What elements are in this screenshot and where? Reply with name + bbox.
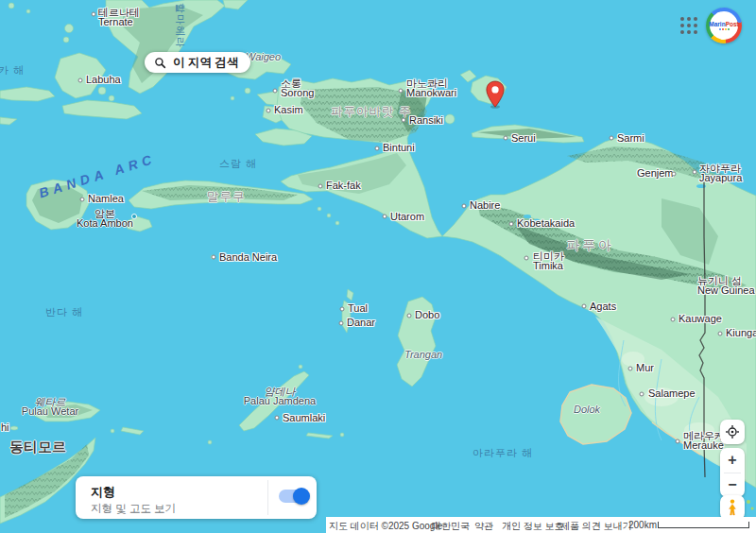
- search-this-area-button[interactable]: 이 지역 검색: [145, 52, 250, 73]
- city-dot[interactable]: [509, 222, 514, 227]
- city-dot[interactable]: [275, 416, 280, 421]
- city-dot[interactable]: [462, 204, 467, 209]
- city-dot[interactable]: [339, 321, 344, 326]
- google-maps-app: 테르나테TernateLabuha소롱SorongKasimWaigeo파푸아바…: [0, 0, 756, 533]
- terrain-card-subtitle: 지형 및 고도 보기: [91, 502, 176, 516]
- city-dot[interactable]: [383, 215, 387, 219]
- city-dot[interactable]: [131, 214, 137, 219]
- footer-item[interactable]: 지도 데이터 ©2025 Google: [329, 520, 442, 533]
- city-dot[interactable]: [78, 78, 83, 83]
- city-dot[interactable]: [402, 118, 406, 123]
- zoom-out-button[interactable]: −: [720, 473, 745, 498]
- terrain-layer-card: 지형 지형 및 고도 보기: [76, 476, 317, 519]
- city-dot[interactable]: [504, 136, 508, 141]
- city-dot[interactable]: [524, 256, 529, 261]
- city-dot[interactable]: [212, 255, 216, 260]
- footer-item[interactable]: 200km: [628, 520, 657, 530]
- footer-item[interactable]: 대한민국: [432, 520, 470, 533]
- avatar-logo: MarinPost: [710, 11, 738, 40]
- account-avatar[interactable]: MarinPost: [706, 8, 742, 43]
- city-dot[interactable]: [718, 332, 723, 336]
- city-dot[interactable]: [340, 307, 345, 312]
- city-dot[interactable]: [92, 12, 96, 17]
- map-footer: 지도 데이터 ©2025 Google대한민국약관개인 정보 보호제품 의견 보…: [326, 517, 756, 533]
- city-dot[interactable]: [693, 170, 697, 175]
- search-this-area-label: 이 지역 검색: [173, 55, 238, 71]
- pegman-icon: [727, 499, 738, 516]
- city-dot[interactable]: [399, 89, 404, 94]
- city-dot[interactable]: [671, 318, 676, 322]
- google-apps-grid-icon[interactable]: [680, 17, 699, 36]
- terrain-card-divider: [267, 480, 268, 515]
- footer-item[interactable]: 제품 의견 보내기: [560, 520, 632, 533]
- city-dot[interactable]: [80, 198, 85, 202]
- search-icon: [154, 57, 166, 69]
- city-dot[interactable]: [676, 439, 680, 444]
- my-location-icon: [725, 424, 740, 439]
- city-dot[interactable]: [672, 172, 677, 177]
- dropped-pin-marker[interactable]: [483, 80, 507, 109]
- city-dot[interactable]: [266, 109, 271, 113]
- zoom-control: + −: [720, 448, 745, 497]
- city-dot[interactable]: [582, 304, 587, 309]
- city-dot[interactable]: [407, 314, 412, 318]
- city-dot[interactable]: [610, 136, 614, 141]
- my-location-button[interactable]: [720, 420, 745, 444]
- city-dot[interactable]: [273, 89, 278, 94]
- map-canvas[interactable]: [0, 0, 756, 533]
- city-dot[interactable]: [628, 367, 633, 371]
- terrain-toggle-knob: [293, 488, 310, 505]
- scale-bar: [658, 522, 749, 528]
- city-dot[interactable]: [318, 184, 323, 189]
- footer-item[interactable]: 약관: [474, 520, 493, 533]
- zoom-in-button[interactable]: +: [720, 448, 745, 473]
- city-dot[interactable]: [640, 392, 644, 397]
- footer-item[interactable]: 개인 정보 보호: [502, 520, 564, 533]
- terrain-toggle[interactable]: [279, 490, 307, 503]
- city-dot[interactable]: [375, 146, 380, 151]
- terrain-card-title: 지형: [91, 484, 115, 501]
